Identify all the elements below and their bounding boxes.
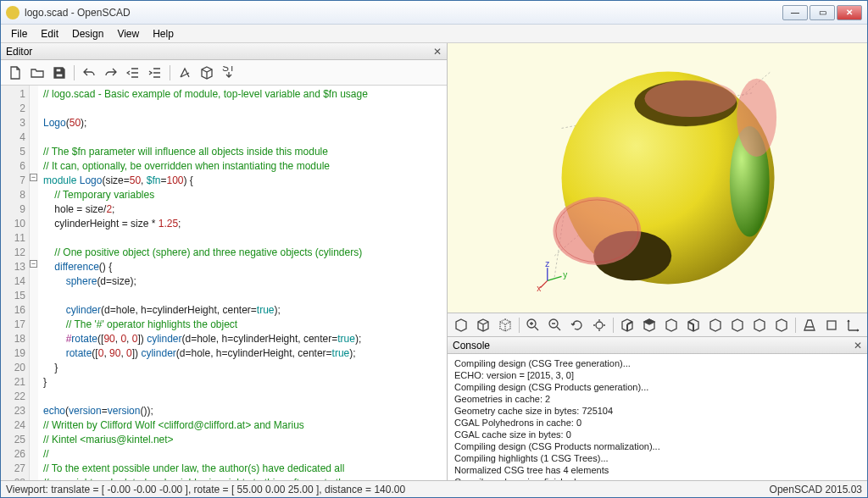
preview-view-icon[interactable] (453, 317, 470, 334)
save-file-icon[interactable] (52, 65, 67, 80)
fold-column[interactable]: − − (30, 86, 38, 480)
view-all-icon[interactable] (591, 317, 608, 334)
menu-design[interactable]: Design (65, 26, 110, 42)
editor-toolbar: STL (1, 60, 447, 86)
svg-point-13 (644, 80, 737, 118)
svg-text:x: x (537, 284, 541, 293)
surfaces-view-icon[interactable] (475, 317, 492, 334)
console-output[interactable]: Compiling design (CSG Tree generation)..… (448, 354, 867, 480)
view-top-icon[interactable] (641, 317, 658, 334)
editor-close-icon[interactable]: ✕ (433, 46, 442, 58)
console-pane: Console ✕ Compiling design (CSG Tree gen… (448, 336, 867, 480)
new-file-icon[interactable] (8, 65, 23, 80)
view-diagonal-icon[interactable] (751, 317, 768, 334)
preview-icon[interactable] (177, 65, 192, 80)
view-back-icon[interactable] (729, 317, 746, 334)
zoom-in-icon[interactable] (525, 317, 542, 334)
perspective-icon[interactable] (801, 317, 818, 334)
window-title: logo.scad - OpenSCAD (25, 7, 782, 19)
window-titlebar: logo.scad - OpenSCAD — ▭ ✕ (1, 1, 867, 25)
svg-line-16 (540, 280, 547, 287)
view-front-icon[interactable] (707, 317, 724, 334)
svg-text:z: z (545, 259, 549, 268)
maximize-button[interactable]: ▭ (810, 5, 835, 20)
menu-help[interactable]: Help (146, 26, 181, 42)
fold-toggle-icon[interactable]: − (30, 174, 37, 181)
code-content[interactable]: // logo.scad - Basic example of module, … (38, 86, 447, 480)
close-button[interactable]: ✕ (837, 5, 862, 20)
svg-rect-24 (827, 321, 836, 329)
export-stl-icon[interactable]: STL (221, 65, 236, 80)
editor-title: Editor (6, 46, 32, 58)
svg-rect-0 (56, 69, 61, 72)
console-header: Console ✕ (448, 337, 867, 354)
zoom-out-icon[interactable] (547, 317, 564, 334)
svg-point-23 (596, 322, 603, 329)
orthogonal-icon[interactable] (823, 317, 840, 334)
view-right-icon[interactable] (619, 317, 636, 334)
status-viewport-info: Viewport: translate = [ -0.00 -0.00 -0.0… (6, 484, 405, 495)
editor-header: Editor ✕ (1, 43, 447, 60)
view-bottom-icon[interactable] (663, 317, 680, 334)
menu-edit[interactable]: Edit (34, 26, 65, 42)
statusbar: Viewport: translate = [ -0.00 -0.00 -0.0… (1, 480, 867, 497)
svg-point-14 (737, 79, 776, 157)
wireframe-view-icon[interactable] (497, 317, 514, 334)
menu-view[interactable]: View (110, 26, 146, 42)
status-version: OpenSCAD 2015.03 (770, 484, 862, 495)
viewport-render: y x z (448, 43, 867, 313)
reset-view-icon[interactable] (569, 317, 586, 334)
svg-point-11 (553, 197, 641, 265)
editor-pane: Editor ✕ STL 123456789101112131415161718… (1, 43, 448, 480)
show-axes-icon[interactable] (845, 317, 862, 334)
open-file-icon[interactable] (30, 65, 45, 80)
svg-text:y: y (563, 270, 567, 279)
svg-rect-1 (56, 74, 63, 77)
unindent-icon[interactable] (125, 65, 141, 80)
viewport-toolbar (448, 313, 867, 336)
render-icon[interactable] (199, 65, 214, 80)
app-icon (6, 6, 19, 19)
console-title: Console (453, 340, 490, 351)
menubar: File Edit Design View Help (1, 25, 867, 43)
3d-viewport[interactable]: y x z (448, 43, 867, 313)
line-number-gutter: 1234567891011121314151617181920212223242… (1, 86, 30, 480)
redo-icon[interactable] (103, 65, 119, 80)
indent-icon[interactable] (147, 65, 163, 80)
view-left-icon[interactable] (685, 317, 702, 334)
menu-file[interactable]: File (4, 26, 34, 42)
view-center-icon[interactable] (773, 317, 790, 334)
code-editor[interactable]: 1234567891011121314151617181920212223242… (1, 86, 447, 480)
minimize-button[interactable]: — (782, 5, 808, 20)
console-close-icon[interactable]: ✕ (854, 340, 862, 351)
undo-icon[interactable] (81, 65, 97, 80)
right-pane: y x z (448, 43, 867, 480)
fold-toggle-icon[interactable]: − (30, 260, 37, 268)
